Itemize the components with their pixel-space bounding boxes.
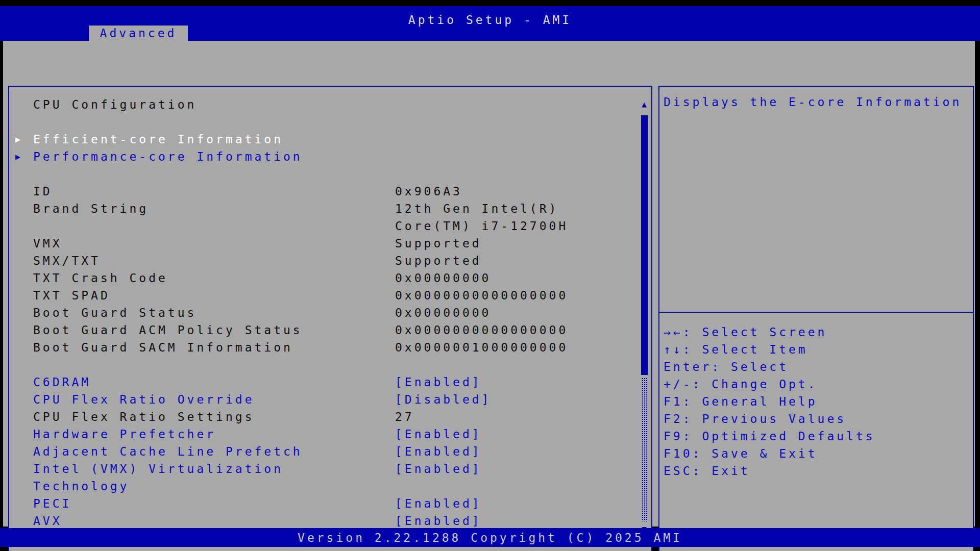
setting-label: PECI — [33, 495, 71, 512]
setting-row: TXT SPAD 0x0000000000000000 — [9, 287, 637, 304]
key-legend: →←: Select Screen↑↓: Select ItemEnter: S… — [664, 323, 875, 480]
setting-row: Boot Guard Status 0x00000000 — [9, 304, 637, 321]
setting-row[interactable]: ▶ Performance-core Information — [9, 148, 637, 165]
key-legend-item: F2: Previous Values — [664, 410, 875, 428]
setting-label: AVX — [33, 512, 62, 530]
setting-row[interactable]: Intel (VMX) Virtualization [Enabled] — [9, 460, 637, 478]
content-area: CPU Configuration ▶ Efficient-core Infor… — [3, 41, 975, 527]
setting-value: [Enabled] — [395, 512, 482, 530]
setting-value: Supported — [395, 235, 482, 252]
setting-label: Boot Guard SACM Information — [33, 339, 293, 356]
setting-label: Brand String — [33, 200, 149, 217]
key-legend-item: F1: General Help — [664, 393, 875, 410]
setting-value: [Enabled] — [395, 373, 482, 391]
setting-row: TXT Crash Code 0x00000000 — [9, 269, 637, 287]
key-legend-item: Enter: Select — [664, 358, 875, 375]
setting-label: Intel (VMX) Virtualization — [33, 460, 283, 478]
key-legend-item: F9: Optimized Defaults — [664, 428, 875, 445]
setting-value: Supported — [395, 252, 482, 269]
setting-value: 12th Gen Intel(R) — [395, 200, 558, 217]
setting-label: ID — [33, 183, 53, 200]
settings-panel: CPU Configuration ▶ Efficient-core Infor… — [8, 86, 652, 551]
setting-row[interactable]: Technology — [9, 478, 637, 495]
setting-label: TXT SPAD — [33, 287, 110, 304]
setting-row: SMX/TXT Supported — [9, 252, 637, 269]
setting-label: SMX/TXT — [33, 252, 101, 269]
setting-value: [Enabled] — [395, 425, 482, 443]
setting-label: VMX — [33, 235, 62, 252]
setting-row[interactable]: CPU Flex Ratio Override [Disabled] — [9, 391, 637, 408]
submenu-arrow-icon: ▶ — [15, 131, 23, 148]
setting-row: Boot Guard ACM Policy Status 0x000000000… — [9, 321, 637, 339]
setting-row: CPU Configuration — [9, 96, 637, 113]
setting-row[interactable]: PECI [Enabled] — [9, 495, 637, 512]
setting-label: Hardware Prefetcher — [33, 425, 216, 443]
setting-row[interactable]: ▶ Efficient-core Information — [9, 131, 637, 148]
tab-advanced[interactable]: Advanced — [89, 26, 188, 41]
setting-label: Boot Guard ACM Policy Status — [33, 321, 303, 339]
version-text: Version 2.22.1288 Copyright (C) 2025 AMI — [298, 531, 682, 544]
setting-value: Core(TM) i7-12700H — [395, 217, 568, 235]
key-legend-item: →←: Select Screen — [664, 323, 875, 341]
key-legend-item: +/-: Change Opt. — [664, 375, 875, 393]
setting-label: CPU Flex Ratio Override — [33, 391, 255, 408]
scrollbar-track[interactable] — [642, 378, 648, 521]
setting-row: VMX Supported — [9, 235, 637, 252]
setting-value: [Enabled] — [395, 460, 482, 478]
setting-row[interactable]: Hardware Prefetcher [Enabled] — [9, 425, 637, 443]
setting-value: 0x0000000000000000 — [395, 287, 568, 304]
setting-label: CPU Flex Ratio Settings — [33, 408, 255, 425]
key-legend-item: ESC: Exit — [664, 462, 875, 480]
setting-value: 0x0000001000000000 — [395, 339, 568, 356]
help-panel: Displays the E-core Information →←: Sele… — [658, 86, 974, 551]
scroll-up-icon[interactable]: ▲ — [638, 100, 650, 109]
setting-label: Boot Guard Status — [33, 304, 197, 321]
setting-row[interactable]: Adjacent Cache Line Prefetch [Enabled] — [9, 443, 637, 460]
setting-value: 0x0000000000000000 — [395, 321, 568, 339]
help-panel-divider — [659, 312, 973, 313]
scrollbar-thumb[interactable] — [641, 115, 648, 375]
setting-value: 0x00000000 — [395, 304, 491, 321]
setting-label: Adjacent Cache Line Prefetch — [33, 443, 303, 460]
setting-value: 0x00000000 — [395, 269, 491, 287]
setting-row: ID 0x906A3 — [9, 183, 637, 200]
setting-label: C6DRAM — [33, 373, 91, 391]
setting-label: Efficient-core Information — [33, 131, 283, 148]
setting-label: Technology — [33, 478, 129, 495]
setting-row — [9, 356, 637, 373]
setting-value: 0x906A3 — [395, 183, 462, 200]
setting-row: Brand String 12th Gen Intel(R) — [9, 200, 637, 217]
key-legend-item: ↑↓: Select Item — [664, 341, 875, 358]
setting-row[interactable]: C6DRAM [Enabled] — [9, 373, 637, 391]
setting-value: [Enabled] — [395, 443, 482, 460]
app-title: Aptio Setup - AMI — [0, 13, 980, 27]
setting-row: Boot Guard SACM Information 0x0000001000… — [9, 339, 637, 356]
key-legend-item: F10: Save & Exit — [664, 445, 875, 462]
setting-row — [9, 113, 637, 131]
setting-row[interactable]: AVX [Enabled] — [9, 512, 637, 530]
submenu-arrow-icon: ▶ — [15, 148, 23, 165]
setting-label: TXT Crash Code — [33, 269, 168, 287]
setting-row: CPU Flex Ratio Settings 27 — [9, 408, 637, 425]
setting-value: 27 — [395, 408, 414, 425]
setting-row — [9, 165, 637, 183]
setting-row: Core(TM) i7-12700H — [9, 217, 637, 235]
version-bar: Version 2.22.1288 Copyright (C) 2025 AMI — [0, 528, 980, 547]
setting-label: CPU Configuration — [33, 96, 197, 113]
help-text: Displays the E-core Information — [664, 94, 962, 110]
settings-list: CPU Configuration ▶ Efficient-core Infor… — [9, 96, 637, 530]
setting-value: [Disabled] — [395, 391, 491, 408]
setting-value: [Enabled] — [395, 495, 482, 512]
setting-label: Performance-core Information — [33, 148, 303, 165]
